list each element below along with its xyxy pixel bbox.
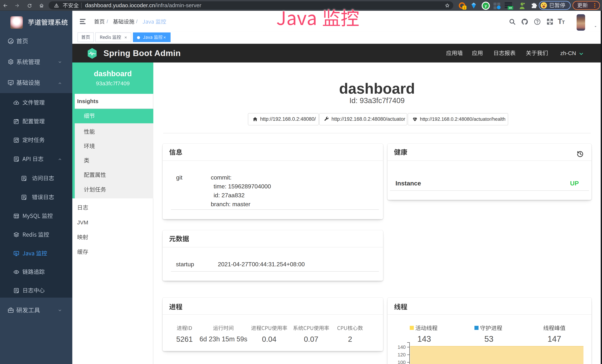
svg-text:y: y <box>485 4 487 8</box>
svg-text:on: on <box>509 6 512 9</box>
svg-text:1: 1 <box>463 6 465 10</box>
